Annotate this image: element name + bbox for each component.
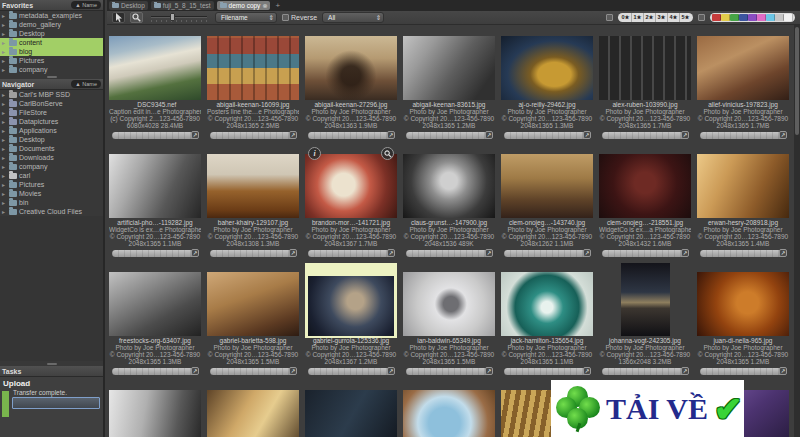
thumbnail-image[interactable] [305,390,397,437]
rating-filter-checkbox[interactable] [606,14,613,21]
sidebar-item[interactable]: ▸ carl [0,171,103,180]
sidebar-item[interactable]: ▸ Pictures [0,180,103,189]
thumbnail-image[interactable] [207,154,299,218]
filter-select[interactable]: All ⇕ [322,12,384,23]
thumbnail-cell[interactable]: i ↗ [305,381,397,437]
disclosure-triangle-icon[interactable]: ▸ [2,30,9,37]
thumbnail-cell[interactable]: i brandon-mor…-141721.jpg Photo by Joe P… [305,145,397,256]
thumbnail-cell[interactable]: i gabriel-barletta-598.jpg Photo by Joe … [207,263,299,374]
info-icon[interactable]: i [308,147,321,160]
thumbnail-image[interactable] [697,272,789,336]
sidebar-item[interactable]: ▸ Pictures [0,56,103,65]
thumbnail-cell[interactable]: i clem-onojeg…-143740.jpg Photo by Joe P… [501,145,593,256]
disclosure-triangle-icon[interactable]: ▸ [2,118,9,125]
disclosure-triangle-icon[interactable]: ▸ [2,100,9,107]
color-class-filter[interactable] [710,13,795,22]
contact-sheet-tab[interactable]: fuji_5_8_15_test [151,1,214,10]
grid-scrollbar-thumb[interactable] [795,27,799,135]
sidebar-item[interactable]: ▸ company [0,162,103,171]
contact-sheet-tab[interactable]: Desktop [109,1,148,10]
thumbnail-cell[interactable]: i abigail-keenan-16099.jpg Posters line … [207,27,299,138]
sidebar-item[interactable]: ▸ content [0,38,103,47]
magnifier-icon[interactable] [381,147,394,160]
grid-scrollbar[interactable] [794,25,800,437]
color-class-swatch[interactable] [766,14,775,21]
thumbnail-image[interactable] [305,36,397,100]
color-class-swatch[interactable] [748,14,757,21]
thumbnail-cell[interactable]: i _DSC9345.nef Caption edit in…e Photogr… [109,27,201,138]
disclosure-triangle-icon[interactable]: ▸ [2,154,9,161]
disclosure-triangle-icon[interactable]: ▸ [2,199,9,206]
thumbnail-cell[interactable]: i baher-khairy-129107.jpg Photo by Joe P… [207,145,299,256]
sidebar-item[interactable]: ▸ Creative Cloud Files [0,207,103,216]
thumbnail-cell[interactable]: i ↗ [109,381,201,437]
contact-sheet-tab[interactable]: demo copy ⊗ [217,1,271,10]
thumbnail-image[interactable] [109,272,201,336]
thumbnail-cell[interactable]: i erwan-hesry-208918.jpg Photo by Joe Ph… [697,145,789,256]
thumbnail-cell[interactable]: i artificial-pho…-119282.jpg WidgetCo is… [109,145,201,256]
thumbnail-image[interactable] [501,36,593,100]
slider-thumb[interactable] [170,13,175,21]
close-tab-icon[interactable]: ⊗ [262,2,267,9]
disclosure-triangle-icon[interactable]: ▸ [2,172,9,179]
thumbnail-image[interactable] [207,36,299,100]
color-filter-checkbox[interactable] [698,14,705,21]
thumbnail-cell[interactable]: i allef-vinicius-197823.jpg Photo by Joe… [697,27,789,138]
disclosure-triangle-icon[interactable]: ▸ [2,57,9,64]
thumbnail-image[interactable] [501,272,593,336]
disclosure-triangle-icon[interactable]: ▸ [2,66,9,73]
thumbnail-image[interactable] [308,276,394,336]
sidebar-item[interactable]: ▸ blog [0,47,103,56]
sidebar-item[interactable]: ▸ Desktop [0,135,103,144]
color-class-swatch[interactable] [775,14,784,21]
thumbnail-cell[interactable]: i alex-ruben-103990.jpg Photo by Joe Pho… [599,27,691,138]
disclosure-triangle-icon[interactable]: ▸ [2,190,9,197]
thumbnail-image[interactable] [403,36,495,100]
star-rating-segment[interactable]: 2★ [644,13,656,22]
sidebar-item[interactable]: ▸ Documents [0,144,103,153]
thumbnail-cell[interactable]: i ↗ [207,381,299,437]
sidebar-item[interactable]: ▸ demo_gallery [0,20,103,29]
star-rating-segment[interactable]: 5★ [680,13,691,22]
thumbnail-cell[interactable]: i jack-hamilton-135654.jpg Photo by Joe … [501,263,593,374]
new-tab-button[interactable]: + [272,2,283,10]
thumbnail-image[interactable] [621,263,670,336]
thumbnail-cell[interactable]: i gabriel-gurrola-125336.jpg Photo by Jo… [305,263,397,374]
sidebar-item[interactable]: ▸ Carl's MBP SSD [0,90,103,99]
thumbnail-image[interactable] [403,272,495,336]
thumbnail-cell[interactable]: i abigail-keenan-83615.jpg Photo by Joe … [403,27,495,138]
thumbnail-cell[interactable]: i aj-o-reilly-29462.jpg Photo by Joe Pho… [501,27,593,138]
select-tool-button[interactable] [112,12,125,23]
thumbnail-cell[interactable]: i ian-baldwin-65349.jpg Photo by Joe Pho… [403,263,495,374]
disclosure-triangle-icon[interactable]: ▸ [2,48,9,55]
thumbnail-image[interactable] [109,154,201,218]
color-class-swatch[interactable] [712,14,721,21]
star-rating-segment[interactable]: 4★ [668,13,680,22]
thumbnail-cell[interactable]: i claus-grunst…-147900.jpg Photo by Joe … [403,145,495,256]
disclosure-triangle-icon[interactable]: ▸ [2,136,9,143]
thumbnail-image[interactable] [697,154,789,218]
star-rating-filter[interactable]: 0★1★2★3★4★5★ [618,13,693,22]
thumbnail-cell[interactable]: i freestocks-org-63407.jpg Photo by Joe … [109,263,201,374]
thumbnail-image[interactable] [109,390,201,437]
sidebar-item[interactable]: ▸ Downloads [0,153,103,162]
disclosure-triangle-icon[interactable]: ▸ [2,208,9,215]
sidebar-item[interactable]: ▸ CarlBonServe [0,99,103,108]
thumbnail-cell[interactable]: i abigail-keenan-27296.jpg Photo by Joe … [305,27,397,138]
thumbnail-cell[interactable]: i ↗ [403,381,495,437]
disclosure-triangle-icon[interactable]: ▸ [2,109,9,116]
thumbnail-image[interactable] [305,154,397,218]
color-class-swatch[interactable] [757,14,766,21]
sidebar-item[interactable]: ▸ Applications [0,126,103,135]
disclosure-triangle-icon[interactable]: ▸ [2,145,9,152]
thumbnail-image[interactable] [403,154,495,218]
thumbnail-size-slider[interactable] [151,13,207,22]
sidebar-item[interactable]: ▸ FileStore [0,108,103,117]
disclosure-triangle-icon[interactable]: ▸ [2,127,9,134]
thumbnail-cell[interactable]: i juan-di-nella-965.jpg Photo by Joe Pho… [697,263,789,374]
star-rating-segment[interactable]: 1★ [632,13,644,22]
sort-by-select[interactable]: Filename ⇕ [215,12,277,23]
star-rating-segment[interactable]: 0★ [620,13,632,22]
color-class-swatch[interactable] [739,14,748,21]
disclosure-triangle-icon[interactable]: ▸ [2,12,9,19]
